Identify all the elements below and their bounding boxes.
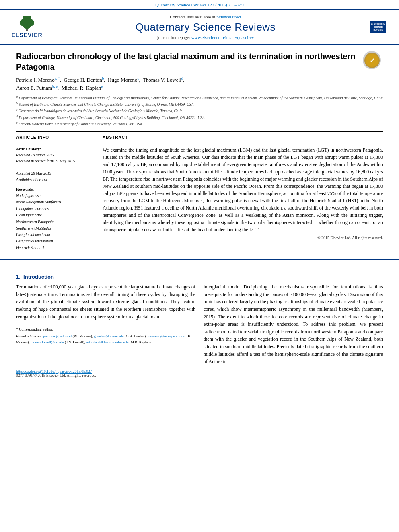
email-label: E-mail addresses: [16, 334, 42, 338]
article-history: Article history: Received 16 March 2015 … [16, 146, 95, 183]
article-title: Radiocarbon chronology of the last glaci… [16, 52, 355, 71]
email-kaplan-link[interactable]: mkaplan@ldeo.columbia.edu [86, 340, 129, 344]
svg-text:SCIENCE: SCIENCE [374, 26, 383, 28]
abstract-label: ABSTRACT [103, 135, 383, 140]
author-6: Michael R. Kaplan [62, 85, 101, 91]
article-info-label: ARTICLE INFO [16, 135, 95, 140]
sciencedirect-link[interactable]: ScienceDirect [216, 14, 241, 19]
journal-logo-box: QUATERNARY SCIENCE REVIEWS [364, 13, 392, 41]
email-list: pinoreno@uchile.cl (P.I. Moreno), gdento… [16, 334, 191, 344]
elsevier-logo-area: ELSEVIER [5, 16, 49, 38]
online-date: Available online xxx [16, 178, 47, 182]
keyword-3: Llanquihue moraines [16, 207, 49, 211]
header-divider [16, 131, 383, 132]
author-1: Patricio I. Moreno [16, 77, 55, 83]
crossmark-badge: ✓ [363, 51, 383, 71]
accepted-date: Accepted 28 May 2015 [16, 171, 51, 175]
copyright-line: © 2015 Elsevier Ltd. All rights reserved… [103, 236, 383, 240]
elsevier-wordmark: ELSEVIER [11, 32, 42, 38]
journal-logo-area: QUATERNARY SCIENCE REVIEWS [362, 13, 394, 41]
author-2: George H. Denton [64, 77, 102, 83]
intro-right-text: interglacial mode. Deciphering the mecha… [204, 283, 383, 366]
info-abstract-section: ARTICLE INFO Article history: Received 1… [16, 135, 383, 251]
author-5: Aaron E. Putnam [16, 85, 52, 91]
introduction-section: 1. Introduction Terminations of ~100,000… [0, 268, 399, 368]
journal-logo-icon: QUATERNARY SCIENCE REVIEWS [370, 21, 386, 33]
journal-reference: Quaternary Science Reviews 122 (2015) 23… [155, 2, 244, 7]
author-6-sup: e [101, 84, 103, 88]
author-3-sup: c [137, 76, 139, 80]
affil-marker-a: a [16, 95, 18, 99]
email-denton-link[interactable]: gdenton@maine.edu [94, 334, 124, 338]
journal-reference-bar: Quaternary Science Reviews 122 (2015) 23… [0, 0, 399, 9]
article-info-col: ARTICLE INFO Article history: Received 1… [16, 135, 95, 251]
intro-left-text: Terminations of ~100,000-year glacial cy… [16, 283, 195, 320]
footnote-section: * Corresponding author. E-mail addresses… [16, 325, 195, 345]
affiliations: a Department of Ecological Sciences, Mil… [16, 94, 383, 127]
keyword-4: Licán ignimbrite [16, 213, 42, 217]
author-4-sup: d [181, 76, 183, 80]
issn-copyright: 0277-3791/© 2015 Elsevier Ltd. All right… [16, 374, 96, 378]
intro-right-col: interglacial mode. Deciphering the mecha… [204, 283, 383, 368]
keywords-section: Keywords: Nothofagus rise North Patagoni… [16, 186, 95, 251]
doi-link[interactable]: http://dx.doi.org/10.1016/j.quascirev.20… [16, 370, 92, 374]
received-date: Received 16 March 2015 [16, 153, 54, 157]
keyword-1: Nothofagus rise [16, 194, 40, 198]
keyword-7: Last glacial maximum [16, 233, 50, 237]
author-3: Hugo Moreno [108, 77, 137, 83]
section-title: 1. Introduction [16, 274, 383, 280]
author-2-sup: b [102, 76, 104, 80]
keyword-9: Heinrich Stadial 1 [16, 246, 44, 250]
section-number: 1. [16, 274, 21, 280]
page-footer: http://dx.doi.org/10.1016/j.quascirev.20… [0, 368, 399, 379]
history-label: Article history: [16, 147, 41, 151]
elsevier-tree-icon [17, 16, 37, 32]
page: Quaternary Science Reviews 122 (2015) 23… [0, 0, 399, 532]
email-hmoreno-link[interactable]: hmoreno@sernageomin.cl [148, 334, 186, 338]
svg-point-6 [27, 16, 31, 20]
affil-marker-c: c [16, 108, 18, 111]
affil-marker-b: b [16, 101, 18, 105]
affil-marker-d: d [16, 115, 18, 118]
keyword-6: Southern mid-latitudes [16, 226, 51, 230]
author-1-sup: a, * [55, 76, 60, 80]
intro-two-col: Terminations of ~100,000-year glacial cy… [16, 283, 383, 368]
homepage-prefix: journal homepage: [157, 35, 190, 40]
author-4: Thomas V. Lowell [143, 77, 181, 83]
author-5-sup: b, e [52, 84, 58, 88]
affil-marker-e: e [16, 121, 18, 125]
article-title-area: Radiocarbon chronology of the last glaci… [16, 51, 383, 72]
section-name: Introduction [23, 274, 54, 280]
corresponding-author-note: * Corresponding author. [16, 327, 195, 332]
article-content: Radiocarbon chronology of the last glaci… [0, 45, 399, 259]
email-moreno-link[interactable]: pinoreno@uchile.cl [43, 334, 72, 338]
svg-text:✓: ✓ [369, 57, 374, 64]
journal-title-area: Contents lists available at ScienceDirec… [53, 14, 358, 40]
abstract-col: ABSTRACT We examine the timing and magni… [103, 135, 383, 251]
email-addresses: E-mail addresses: pinoreno@uchile.cl (P.… [16, 333, 195, 345]
keyword-5: Northwestern Patagonia [16, 220, 54, 224]
abstract-text: We examine the timing and magnitude of t… [103, 146, 383, 233]
journal-title: Quaternary Science Reviews [53, 21, 358, 33]
sciencedirect-line: Contents lists available at ScienceDirec… [53, 14, 358, 19]
doi-bar [0, 259, 399, 268]
journal-homepage-line: journal homepage: www.elsevier.com/locat… [53, 35, 358, 40]
journal-header: ELSEVIER Contents lists available at Sci… [0, 9, 399, 45]
info-divider [16, 143, 95, 143]
svg-text:QUATERNARY: QUATERNARY [371, 23, 385, 25]
keyword-8: Last glacial termination [16, 239, 53, 243]
keywords-label: Keywords: [16, 187, 34, 191]
revised-date: Received in revised form 27 May 2015 [16, 159, 75, 163]
svg-text:REVIEWS: REVIEWS [373, 29, 383, 31]
abstract-divider [103, 143, 383, 143]
email-lowell-link[interactable]: thomas.lowell@uc.edu [31, 340, 64, 344]
sciencedirect-prefix: Contents lists available at [170, 14, 215, 19]
intro-left-col: Terminations of ~100,000-year glacial cy… [16, 283, 195, 368]
authors-line: Patricio I. Morenoa, *, George H. Denton… [16, 76, 383, 92]
keyword-2: North Patagonian rainforests [16, 200, 61, 204]
journal-homepage-link[interactable]: www.elsevier.com/locate/quascirev [191, 35, 254, 40]
crossmark-icon: ✓ [363, 51, 381, 69]
